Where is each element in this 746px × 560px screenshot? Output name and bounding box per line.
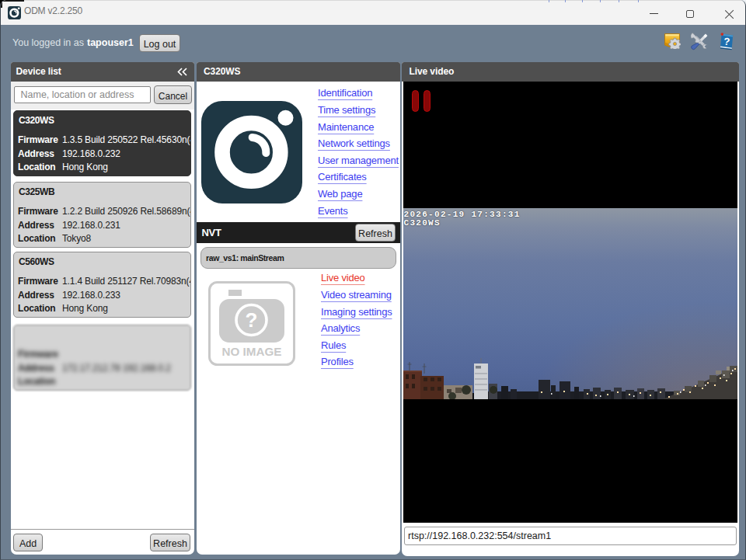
svg-text:?: ? — [723, 36, 730, 48]
svg-text:?: ? — [246, 308, 258, 332]
svg-text:NO IMAGE: NO IMAGE — [222, 345, 282, 358]
